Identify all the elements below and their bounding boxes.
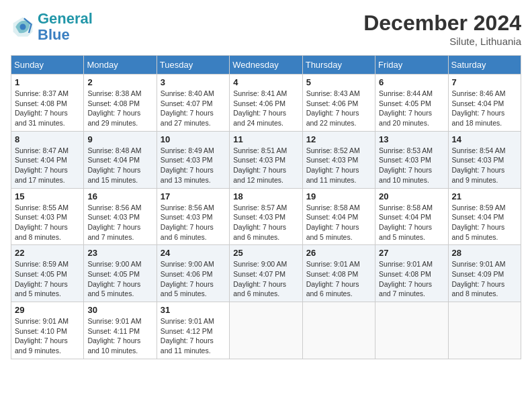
calendar-day-cell: 11Sunrise: 8:51 AM Sunset: 4:03 PM Dayli… [230, 131, 302, 188]
day-info: Sunrise: 8:49 AM Sunset: 4:03 PM Dayligh… [161, 146, 226, 185]
calendar-day-cell: 29Sunrise: 9:01 AM Sunset: 4:10 PM Dayli… [11, 302, 84, 359]
month-year-title: December 2024 [363, 11, 521, 36]
weekday-header-row: SundayMondayTuesdayWednesdayThursdayFrid… [11, 56, 521, 75]
calendar-day-cell: 19Sunrise: 8:58 AM Sunset: 4:04 PM Dayli… [302, 188, 375, 245]
day-info: Sunrise: 9:01 AM Sunset: 4:08 PM Dayligh… [306, 259, 371, 299]
day-info: Sunrise: 9:00 AM Sunset: 4:07 PM Dayligh… [233, 259, 298, 299]
calendar-day-cell: 26Sunrise: 9:01 AM Sunset: 4:08 PM Dayli… [302, 245, 375, 302]
calendar-day-cell: 28Sunrise: 9:01 AM Sunset: 4:09 PM Dayli… [448, 245, 521, 302]
weekday-header-cell: Saturday [448, 56, 521, 75]
day-info: Sunrise: 8:51 AM Sunset: 4:03 PM Dayligh… [233, 146, 298, 185]
calendar-day-cell: 23Sunrise: 9:00 AM Sunset: 4:05 PM Dayli… [84, 245, 157, 302]
day-number: 27 [379, 248, 444, 258]
day-number: 25 [233, 248, 298, 258]
day-info: Sunrise: 9:01 AM Sunset: 4:08 PM Dayligh… [379, 259, 444, 299]
day-info: Sunrise: 8:54 AM Sunset: 4:03 PM Dayligh… [452, 146, 517, 185]
weekday-header-cell: Monday [84, 56, 157, 75]
day-info: Sunrise: 8:47 AM Sunset: 4:04 PM Dayligh… [15, 146, 80, 185]
day-info: Sunrise: 8:53 AM Sunset: 4:03 PM Dayligh… [379, 146, 444, 185]
calendar-day-cell [448, 302, 521, 359]
calendar-week-row: 22Sunrise: 8:59 AM Sunset: 4:05 PM Dayli… [11, 245, 521, 302]
day-number: 15 [15, 191, 80, 201]
calendar-day-cell: 10Sunrise: 8:49 AM Sunset: 4:03 PM Dayli… [157, 131, 229, 188]
calendar-day-cell: 14Sunrise: 8:54 AM Sunset: 4:03 PM Dayli… [448, 131, 521, 188]
day-number: 30 [87, 305, 152, 315]
day-info: Sunrise: 8:41 AM Sunset: 4:06 PM Dayligh… [233, 89, 298, 128]
title-block: December 2024 Silute, Lithuania [363, 11, 521, 47]
day-number: 22 [15, 248, 80, 258]
calendar-day-cell: 30Sunrise: 9:01 AM Sunset: 4:11 PM Dayli… [84, 302, 157, 359]
day-number: 26 [306, 248, 371, 258]
day-info: Sunrise: 9:01 AM Sunset: 4:10 PM Dayligh… [15, 316, 80, 356]
day-number: 23 [87, 248, 152, 258]
calendar-day-cell: 2Sunrise: 8:38 AM Sunset: 4:08 PM Daylig… [84, 75, 157, 132]
calendar-day-cell: 22Sunrise: 8:59 AM Sunset: 4:05 PM Dayli… [11, 245, 84, 302]
day-number: 9 [87, 134, 152, 144]
calendar-week-row: 29Sunrise: 9:01 AM Sunset: 4:10 PM Dayli… [11, 302, 521, 359]
calendar-day-cell: 25Sunrise: 9:00 AM Sunset: 4:07 PM Dayli… [230, 245, 302, 302]
day-info: Sunrise: 9:00 AM Sunset: 4:06 PM Dayligh… [161, 259, 226, 299]
day-number: 3 [161, 77, 226, 87]
calendar-day-cell: 13Sunrise: 8:53 AM Sunset: 4:03 PM Dayli… [375, 131, 448, 188]
day-number: 20 [379, 191, 444, 201]
calendar-day-cell: 17Sunrise: 8:56 AM Sunset: 4:03 PM Dayli… [157, 188, 229, 245]
day-number: 5 [306, 77, 371, 87]
day-info: Sunrise: 8:44 AM Sunset: 4:05 PM Dayligh… [379, 89, 444, 128]
calendar-day-cell: 18Sunrise: 8:57 AM Sunset: 4:03 PM Dayli… [230, 188, 302, 245]
weekday-header-cell: Sunday [11, 56, 84, 75]
weekday-header-cell: Friday [375, 56, 448, 75]
day-info: Sunrise: 8:55 AM Sunset: 4:03 PM Dayligh… [15, 203, 80, 242]
calendar-day-cell: 4Sunrise: 8:41 AM Sunset: 4:06 PM Daylig… [230, 75, 302, 132]
day-number: 31 [161, 305, 226, 315]
day-number: 19 [306, 191, 371, 201]
calendar-day-cell: 21Sunrise: 8:59 AM Sunset: 4:04 PM Dayli… [448, 188, 521, 245]
day-info: Sunrise: 8:59 AM Sunset: 4:05 PM Dayligh… [15, 259, 80, 299]
day-number: 1 [15, 77, 80, 87]
calendar-day-cell: 8Sunrise: 8:47 AM Sunset: 4:04 PM Daylig… [11, 131, 84, 188]
day-info: Sunrise: 9:01 AM Sunset: 4:12 PM Dayligh… [161, 316, 226, 356]
calendar-day-cell: 12Sunrise: 8:52 AM Sunset: 4:03 PM Dayli… [302, 131, 375, 188]
day-info: Sunrise: 8:56 AM Sunset: 4:03 PM Dayligh… [161, 203, 226, 242]
location-title: Silute, Lithuania [363, 36, 521, 47]
weekday-header-cell: Tuesday [157, 56, 229, 75]
day-number: 16 [87, 191, 152, 201]
calendar-day-cell: 7Sunrise: 8:46 AM Sunset: 4:04 PM Daylig… [448, 75, 521, 132]
calendar-table: SundayMondayTuesdayWednesdayThursdayFrid… [11, 55, 521, 359]
calendar-day-cell [302, 302, 375, 359]
calendar-day-cell: 9Sunrise: 8:48 AM Sunset: 4:04 PM Daylig… [84, 131, 157, 188]
day-number: 4 [233, 77, 298, 87]
calendar-day-cell: 16Sunrise: 8:56 AM Sunset: 4:03 PM Dayli… [84, 188, 157, 245]
day-number: 7 [452, 77, 517, 87]
calendar-day-cell [375, 302, 448, 359]
page-header: General Blue December 2024 Silute, Lithu… [11, 11, 521, 47]
calendar-day-cell: 3Sunrise: 8:40 AM Sunset: 4:07 PM Daylig… [157, 75, 229, 132]
day-number: 12 [306, 134, 371, 144]
svg-point-1 [20, 24, 26, 30]
day-number: 28 [452, 248, 517, 258]
day-number: 11 [233, 134, 298, 144]
calendar-week-row: 15Sunrise: 8:55 AM Sunset: 4:03 PM Dayli… [11, 188, 521, 245]
logo-icon [11, 15, 35, 39]
day-info: Sunrise: 9:01 AM Sunset: 4:09 PM Dayligh… [452, 259, 517, 299]
day-info: Sunrise: 8:38 AM Sunset: 4:08 PM Dayligh… [87, 89, 152, 128]
day-number: 6 [379, 77, 444, 87]
weekday-header-cell: Wednesday [230, 56, 302, 75]
calendar-week-row: 1Sunrise: 8:37 AM Sunset: 4:08 PM Daylig… [11, 75, 521, 132]
weekday-header-cell: Thursday [302, 56, 375, 75]
day-number: 29 [15, 305, 80, 315]
day-info: Sunrise: 8:37 AM Sunset: 4:08 PM Dayligh… [15, 89, 80, 128]
day-number: 24 [161, 248, 226, 258]
day-info: Sunrise: 8:58 AM Sunset: 4:04 PM Dayligh… [379, 203, 444, 242]
calendar-day-cell: 1Sunrise: 8:37 AM Sunset: 4:08 PM Daylig… [11, 75, 84, 132]
calendar-day-cell: 6Sunrise: 8:44 AM Sunset: 4:05 PM Daylig… [375, 75, 448, 132]
day-info: Sunrise: 8:58 AM Sunset: 4:04 PM Dayligh… [306, 203, 371, 242]
calendar-day-cell: 20Sunrise: 8:58 AM Sunset: 4:04 PM Dayli… [375, 188, 448, 245]
calendar-day-cell: 15Sunrise: 8:55 AM Sunset: 4:03 PM Dayli… [11, 188, 84, 245]
day-info: Sunrise: 9:00 AM Sunset: 4:05 PM Dayligh… [87, 259, 152, 299]
day-info: Sunrise: 8:48 AM Sunset: 4:04 PM Dayligh… [87, 146, 152, 185]
day-number: 17 [161, 191, 226, 201]
day-info: Sunrise: 8:52 AM Sunset: 4:03 PM Dayligh… [306, 146, 371, 185]
day-number: 14 [452, 134, 517, 144]
day-number: 13 [379, 134, 444, 144]
calendar-day-cell: 27Sunrise: 9:01 AM Sunset: 4:08 PM Dayli… [375, 245, 448, 302]
